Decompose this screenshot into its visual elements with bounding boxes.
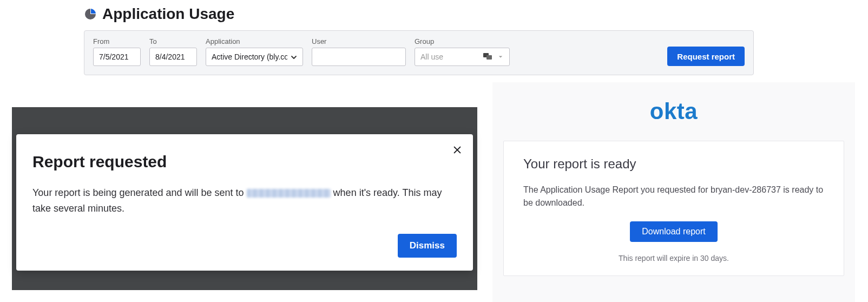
application-value: Active Directory (bly.co	[212, 52, 287, 61]
from-field: From	[93, 37, 141, 66]
application-select[interactable]: Active Directory (bly.co	[206, 48, 303, 66]
email-title: Your report is ready	[523, 156, 824, 172]
to-label: To	[149, 37, 197, 45]
modal-title: Report requested	[32, 153, 457, 171]
modal-actions: Dismiss	[32, 234, 457, 258]
application-usage-section: Application Usage From To Application Ac…	[84, 5, 754, 75]
pie-chart-icon	[84, 8, 97, 21]
close-icon[interactable]	[451, 144, 463, 156]
okta-logo-text: okta	[650, 99, 698, 124]
group-label: Group	[415, 37, 510, 45]
expiry-text: This report will expire in 30 days.	[523, 254, 824, 262]
redacted-email	[247, 189, 331, 198]
modal-body: Your report is being generated and will …	[32, 185, 457, 216]
email-card: Your report is ready The Application Usa…	[503, 141, 844, 276]
user-input[interactable]	[312, 48, 406, 66]
email-body: The Application Usage Report you request…	[523, 183, 824, 209]
application-field: Application Active Directory (bly.co	[206, 37, 303, 66]
caret-down-icon	[497, 54, 504, 60]
okta-logo: okta	[492, 99, 855, 124]
to-date-input[interactable]	[149, 48, 197, 66]
dismiss-button[interactable]: Dismiss	[398, 234, 457, 258]
from-date-input[interactable]	[93, 48, 141, 66]
user-field: User	[312, 37, 406, 66]
page-title-row: Application Usage	[84, 5, 754, 23]
report-requested-modal: Report requested Your report is being ge…	[16, 134, 473, 271]
group-field: Group All use	[415, 37, 510, 66]
user-label: User	[312, 37, 406, 45]
group-placeholder: All use	[420, 52, 480, 61]
download-row: Download report	[523, 221, 824, 242]
application-label: Application	[206, 37, 303, 45]
request-report-button[interactable]: Request report	[667, 47, 745, 66]
filter-bar: From To Application Active Directory (bl…	[84, 30, 754, 75]
people-icon	[483, 53, 494, 61]
modal-body-prefix: Your report is being generated and will …	[32, 187, 247, 198]
email-panel: okta Your report is ready The Applicatio…	[492, 82, 855, 302]
from-label: From	[93, 37, 141, 45]
page-title: Application Usage	[102, 5, 234, 23]
to-field: To	[149, 37, 197, 66]
download-report-button[interactable]: Download report	[630, 221, 717, 242]
modal-backdrop: Report requested Your report is being ge…	[12, 107, 477, 290]
chevron-down-icon	[291, 54, 297, 60]
group-select[interactable]: All use	[415, 48, 510, 66]
